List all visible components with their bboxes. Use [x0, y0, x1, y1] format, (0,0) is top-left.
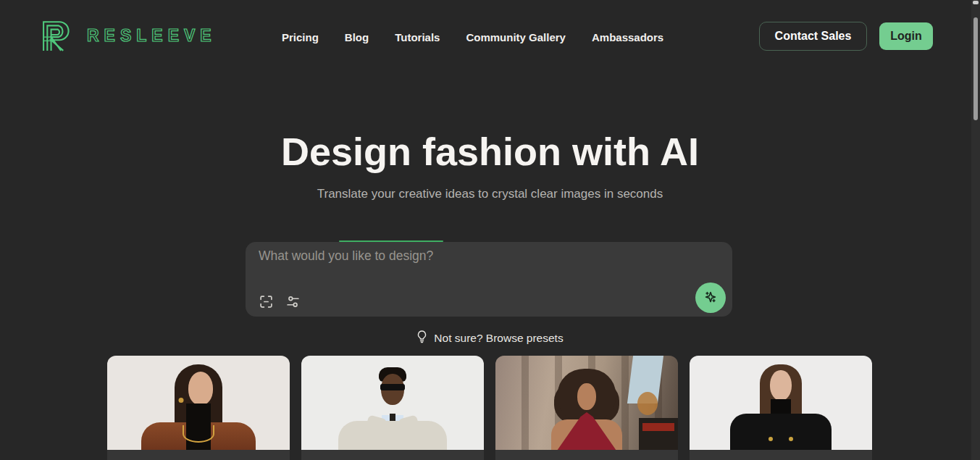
nav-link-community-gallery[interactable]: Community Gallery: [466, 31, 566, 43]
main-nav: Pricing Blog Tutorials Community Gallery…: [282, 31, 663, 43]
lightbulb-icon: [416, 330, 427, 346]
nav-link-ambassadors[interactable]: Ambassadors: [592, 31, 663, 43]
preset-card-red-dress[interactable]: [495, 356, 678, 460]
preset-image-leather-jacket: [107, 356, 290, 450]
preset-image-trench-coat: [301, 356, 484, 450]
sliders-icon: [286, 295, 300, 309]
design-prompt-input[interactable]: [259, 248, 671, 286]
nav-link-tutorials[interactable]: Tutorials: [395, 31, 440, 43]
design-prompt-box: [246, 242, 732, 317]
generate-button[interactable]: [695, 283, 726, 313]
resleeve-landing-page: RESLEEVE Pricing Blog Tutorials Communit…: [0, 0, 980, 460]
brand-logo[interactable]: RESLEEVE: [40, 19, 217, 52]
resleeve-r-monogram-icon: [40, 19, 78, 52]
nav-link-blog[interactable]: Blog: [345, 31, 369, 43]
page-title: Design fashion with AI: [0, 131, 980, 172]
scrollbar-top-cap: [973, 1, 979, 4]
scrollbar-thumb[interactable]: [973, 17, 978, 120]
login-button[interactable]: Login: [879, 22, 933, 50]
top-navigation-bar: RESLEEVE Pricing Blog Tutorials Communit…: [0, 0, 980, 72]
preset-card-trench-coat[interactable]: [301, 356, 484, 460]
page-subtitle: Translate your creative ideas to crystal…: [0, 187, 980, 201]
preset-card-footer: [690, 450, 872, 460]
prompt-toolbar: [259, 294, 300, 309]
preset-image-red-dress: [495, 356, 678, 450]
contact-sales-button[interactable]: Contact Sales: [759, 22, 867, 51]
brand-name: RESLEEVE: [87, 26, 217, 46]
page-scrollbar[interactable]: [971, 0, 980, 460]
scan-frame-button[interactable]: [259, 294, 273, 309]
preset-card-footer: [107, 450, 290, 460]
preset-card-leather-jacket[interactable]: [107, 356, 290, 460]
browse-presets-label: Not sure? Browse presets: [434, 332, 563, 345]
preset-card-black-blazer[interactable]: [690, 356, 872, 460]
preset-card-footer: [495, 450, 678, 460]
preset-card-footer: [301, 450, 484, 460]
active-tab-indicator: [339, 241, 443, 242]
adjust-settings-button[interactable]: [285, 294, 300, 309]
nav-link-pricing[interactable]: Pricing: [282, 31, 319, 43]
scan-frame-icon: [259, 295, 273, 309]
preset-image-black-blazer: [690, 356, 872, 450]
browse-presets-link[interactable]: Not sure? Browse presets: [0, 330, 980, 346]
preset-gallery: [107, 356, 872, 460]
sparkles-icon: [703, 289, 719, 307]
